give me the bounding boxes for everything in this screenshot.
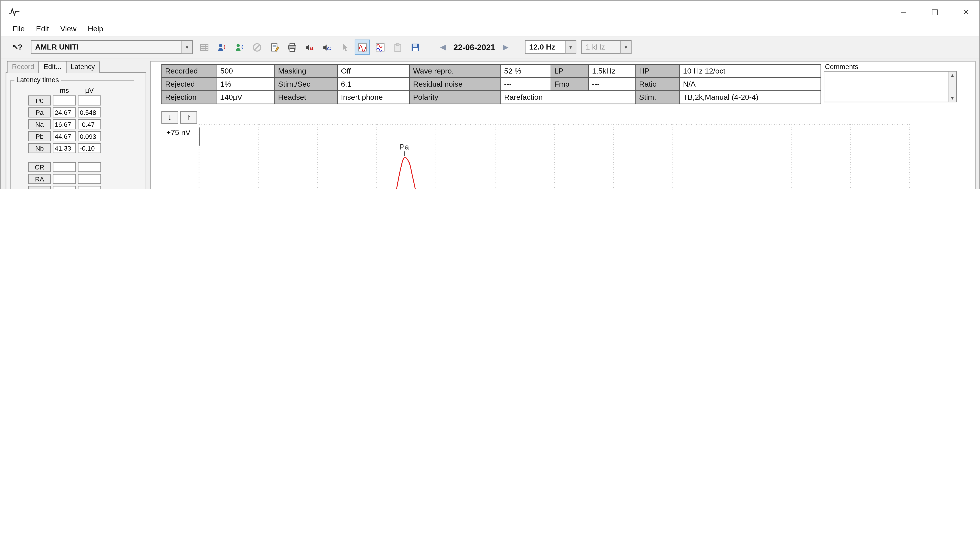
condition-button-ra[interactable]: RA <box>28 174 51 184</box>
condition-uv-value[interactable] <box>78 186 101 189</box>
print-icon[interactable] <box>284 40 299 55</box>
close-button[interactable]: × <box>959 6 973 17</box>
previous-curve-button[interactable]: ◀ <box>440 43 446 51</box>
menu-edit[interactable]: Edit <box>30 23 55 35</box>
marker-ms-value[interactable] <box>52 95 76 105</box>
comments-scrollbar[interactable]: ▲ ▼ <box>948 72 956 102</box>
marker-uv-value[interactable]: -0.47 <box>78 119 101 129</box>
info-value: 52 % <box>501 64 551 78</box>
frequency-value: 1 kHz <box>582 41 620 54</box>
single-curve-view-icon[interactable] <box>355 40 370 55</box>
info-table-row: Recorded500MaskingOffWave repro.52 %LP1.… <box>162 64 821 78</box>
curve-area: Recorded500MaskingOffWave repro.52 %LP1.… <box>150 61 976 189</box>
rate-select[interactable]: 12.0 Hz ▼ <box>525 40 576 54</box>
marker-uv-value[interactable] <box>78 95 101 105</box>
chevron-down-icon: ▼ <box>181 41 192 54</box>
info-value: 1% <box>217 78 275 91</box>
marker-ms-value[interactable]: 41.33 <box>52 143 76 153</box>
app-waveform-icon <box>9 7 19 16</box>
info-table-row: Rejection±40µVHeadsetInsert phonePolarit… <box>162 91 821 104</box>
marker-ms-value[interactable]: 16.67 <box>52 119 76 129</box>
scroll-down-icon[interactable]: ▼ <box>949 95 956 102</box>
info-label: Rejection <box>162 91 217 104</box>
condition-uv-value[interactable] <box>78 162 101 172</box>
condition-ms-value[interactable] <box>52 174 76 184</box>
main-area: RecordEdit...Latency Latency times ms µV… <box>1 59 979 189</box>
title-bar: – □ × <box>1 1 979 22</box>
info-table-row: Rejected1%Stim./Sec6.1Residual noise---F… <box>162 78 821 91</box>
condition-row: INC <box>28 186 134 189</box>
context-help-icon[interactable]: ↖? <box>10 40 24 55</box>
marker-rows: P0Pa24.670.548Na16.67-0.47Pb44.670.093Nb… <box>11 95 134 153</box>
waveform-plot[interactable]: -100102030405060708090100110msPaNaPbNb <box>199 124 910 189</box>
rate-value: 12.0 Hz <box>525 41 565 54</box>
marker-uv-value[interactable]: 0.548 <box>78 107 101 117</box>
move-curve-up-button[interactable]: ↑ <box>180 111 197 124</box>
marker-uv-value[interactable]: 0.093 <box>78 131 101 141</box>
condition-ms-value[interactable] <box>52 186 76 189</box>
menu-view[interactable]: View <box>55 23 82 35</box>
report-icon[interactable] <box>267 40 282 55</box>
speaker-a-icon[interactable]: a <box>302 40 317 55</box>
info-value: TB,2k,Manual (4-20-4) <box>680 91 821 104</box>
marker-button-pb[interactable]: Pb <box>28 131 51 141</box>
group-title: Latency times <box>14 76 61 84</box>
menu-file[interactable]: File <box>7 23 30 35</box>
marker-row: Nb41.33-0.10 <box>28 143 134 153</box>
condition-button-inc[interactable]: INC <box>28 186 51 189</box>
side-tabs: RecordEdit...Latency <box>7 61 99 73</box>
info-label: Residual noise <box>410 78 501 91</box>
info-value: 1.5kHz <box>589 64 636 78</box>
tab-record: Record <box>7 61 39 73</box>
scroll-up-icon[interactable]: ▲ <box>949 72 956 78</box>
info-value: Off <box>337 64 410 78</box>
info-value: 6.1 <box>337 78 410 91</box>
chevron-down-icon: ▼ <box>565 41 576 54</box>
talk-forward-icon[interactable] <box>214 40 229 55</box>
menu-bar: FileEditViewHelp <box>1 22 979 36</box>
patient-monitor-icon[interactable] <box>232 40 247 55</box>
menu-help[interactable]: Help <box>82 23 109 35</box>
comments-input[interactable]: ▲ ▼ <box>824 71 957 102</box>
info-label: Headset <box>275 91 337 104</box>
move-curve-down-button[interactable]: ↓ <box>161 111 178 124</box>
condition-uv-value[interactable] <box>78 174 101 184</box>
next-curve-button[interactable]: ▶ <box>503 43 508 51</box>
info-label: Stim. <box>636 91 680 104</box>
split-curve-view-icon[interactable] <box>372 40 387 55</box>
toolbar-icon-strip: ac:a <box>197 40 425 55</box>
no-stimulus-icon <box>249 40 264 55</box>
tab-edit[interactable]: Edit... <box>39 61 67 73</box>
tab-latency[interactable]: Latency <box>66 61 100 73</box>
marker-ms-value[interactable]: 24.67 <box>52 107 76 117</box>
info-value: Insert phone <box>337 91 410 104</box>
marker-row: Pa24.670.548 <box>28 107 134 117</box>
frequency-select: 1 kHz ▼ <box>581 40 632 54</box>
marker-button-na[interactable]: Na <box>28 119 51 129</box>
condition-ms-value[interactable] <box>52 162 76 172</box>
info-label: Fmp <box>551 78 589 91</box>
marker-button-nb[interactable]: Nb <box>28 143 51 153</box>
paste-icon <box>390 40 405 55</box>
maximize-button[interactable]: □ <box>928 6 942 17</box>
info-label: LP <box>551 64 589 78</box>
comments-label: Comments <box>825 63 957 70</box>
info-value: N/A <box>680 78 821 91</box>
svg-text:a: a <box>310 44 313 51</box>
speaker-ca-icon[interactable]: c:a <box>320 40 335 55</box>
record-date: 22-06-2021 <box>453 43 495 52</box>
condition-button-cr[interactable]: CR <box>28 162 51 172</box>
info-value: --- <box>501 78 551 91</box>
save-icon[interactable] <box>407 40 423 55</box>
minimize-button[interactable]: – <box>896 6 910 17</box>
marker-button-p0[interactable]: P0 <box>28 95 51 105</box>
protocol-value: AMLR UNITI <box>31 41 181 54</box>
info-label: Ratio <box>636 78 680 91</box>
info-value: Rarefaction <box>501 91 636 104</box>
marker-button-pa[interactable]: Pa <box>28 107 51 117</box>
info-label: HP <box>636 64 680 78</box>
marker-ms-value[interactable]: 44.67 <box>52 131 76 141</box>
pointer-icon <box>337 40 352 55</box>
protocol-select[interactable]: AMLR UNITI ▼ <box>31 40 192 54</box>
marker-uv-value[interactable]: -0.10 <box>78 143 101 153</box>
